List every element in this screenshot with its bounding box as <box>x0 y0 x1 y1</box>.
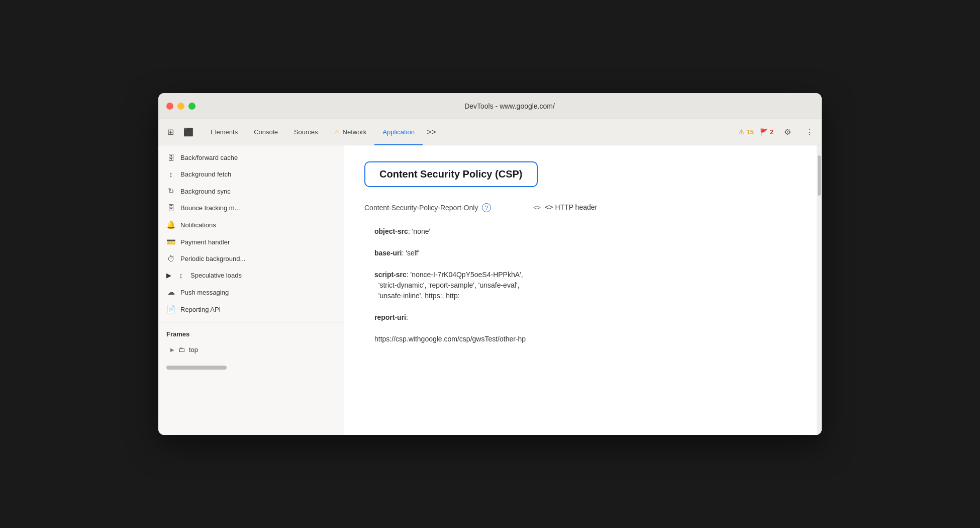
frames-expand-arrow-icon: ▶ <box>170 347 174 353</box>
sidebar-item-push-messaging[interactable]: ☁ Push messaging <box>158 284 344 301</box>
devtools-window: DevTools - www.google.com/ ⊞ ⬛ Elements … <box>158 93 822 435</box>
tab-bar: ⊞ ⬛ Elements Console Sources Network App… <box>158 119 822 145</box>
vertical-scrollbar-track <box>817 145 822 435</box>
speculative-icon: ↕ <box>176 271 185 280</box>
window-title: DevTools - www.google.com/ <box>206 102 814 110</box>
window-controls <box>166 103 195 110</box>
tab-bar-right: ⚠ 15 🚩 2 ⚙ ⋮ <box>738 124 818 140</box>
csp-script-src: script-src: 'nonce-I-7rK04QpY5oeS4-HPPkh… <box>374 270 802 301</box>
title-bar: DevTools - www.google.com/ <box>158 93 822 119</box>
warning-icon: ⚠ <box>738 128 744 136</box>
frames-top-label: top <box>189 346 198 354</box>
tab-application[interactable]: Application <box>374 119 423 145</box>
code-icon: <> <box>533 204 541 211</box>
sidebar-item-back-forward-cache[interactable]: 🗄 Back/forward cache <box>158 149 344 166</box>
sidebar-item-periodic-background[interactable]: ⏱ Periodic background... <box>158 250 344 267</box>
expand-arrow-icon: ▶ <box>166 272 171 279</box>
sidebar-item-payment-handler[interactable]: 💳 Payment handler <box>158 233 344 250</box>
sidebar-item-background-sync[interactable]: ↻ Background sync <box>158 183 344 200</box>
csp-base-uri: base-uri: 'self' <box>374 248 802 258</box>
payment-icon: 💳 <box>166 237 175 246</box>
vertical-scrollbar-thumb[interactable] <box>818 155 821 196</box>
minimize-button[interactable] <box>177 103 184 110</box>
csp-object-src: object-src: 'none' <box>374 226 802 237</box>
csp-title-box: Content Security Policy (CSP) <box>364 161 538 187</box>
csp-details: object-src: 'none' base-uri: 'self' scri… <box>364 226 802 344</box>
notifications-icon: 🔔 <box>166 220 175 229</box>
frames-header: Frames <box>158 326 344 342</box>
horizontal-scrollbar-track <box>158 362 344 372</box>
fetch-icon: ↕ <box>166 170 175 179</box>
tab-network[interactable]: Network <box>326 119 375 145</box>
warnings-count: 15 <box>746 128 753 136</box>
errors-count: 2 <box>770 128 773 136</box>
sync-icon: ↻ <box>166 187 175 196</box>
tab-sources[interactable]: Sources <box>286 119 326 145</box>
main-content: 🗄 Back/forward cache ↕ Background fetch … <box>158 145 822 435</box>
tab-console[interactable]: Console <box>246 119 286 145</box>
csp-policy-row: Content-Security-Policy-Report-Only ? <>… <box>364 203 802 212</box>
sidebar-item-speculative-loads[interactable]: ▶ ↕ Speculative loads <box>158 267 344 284</box>
sidebar: 🗄 Back/forward cache ↕ Background fetch … <box>158 145 344 435</box>
error-icon: 🚩 <box>760 128 768 136</box>
toolbar-icons: ⊞ ⬛ <box>162 124 197 140</box>
warnings-badge: ⚠ 15 <box>738 128 753 136</box>
settings-icon[interactable]: ⚙ <box>779 124 796 140</box>
close-button[interactable] <box>166 103 173 110</box>
csp-title: Content Security Policy (CSP) <box>379 168 523 180</box>
csp-report-uri-url: https://csp.withgoogle.com/csp/gwsTest/o… <box>374 334 802 344</box>
csp-policy-key: Content-Security-Policy-Report-Only ? <box>364 203 525 212</box>
inspector-icon[interactable]: ⊞ <box>162 124 178 140</box>
frames-section: Frames ▶ 🗀 top <box>158 322 344 362</box>
sidebar-item-notifications[interactable]: 🔔 Notifications <box>158 216 344 233</box>
errors-badge: 🚩 2 <box>760 128 773 136</box>
tab-elements[interactable]: Elements <box>203 119 246 145</box>
content-area: Content Security Policy (CSP) Content-Se… <box>344 145 822 435</box>
csp-policy-value: <> <> HTTP header <box>533 203 597 211</box>
folder-icon: 🗀 <box>178 346 185 354</box>
info-icon[interactable]: ? <box>482 203 491 212</box>
more-options-icon[interactable]: ⋮ <box>802 124 818 140</box>
sidebar-item-bounce-tracking[interactable]: 🗄 Bounce tracking m... <box>158 200 344 216</box>
reporting-icon: 📄 <box>166 305 175 314</box>
sidebar-item-reporting-api[interactable]: 📄 Reporting API <box>158 301 344 318</box>
sidebar-item-background-fetch[interactable]: ↕ Background fetch <box>158 166 344 183</box>
csp-report-uri: report-uri: <box>374 312 802 323</box>
database-icon: 🗄 <box>166 153 175 162</box>
more-tabs-button[interactable]: >> <box>423 124 440 140</box>
push-icon: ☁ <box>166 288 175 297</box>
maximize-button[interactable] <box>188 103 195 110</box>
device-icon[interactable]: ⬛ <box>180 124 197 140</box>
horizontal-scrollbar-thumb[interactable] <box>166 366 227 370</box>
periodic-icon: ⏱ <box>166 254 175 263</box>
frames-item-top[interactable]: ▶ 🗀 top <box>158 342 344 358</box>
bounce-icon: 🗄 <box>166 204 175 212</box>
